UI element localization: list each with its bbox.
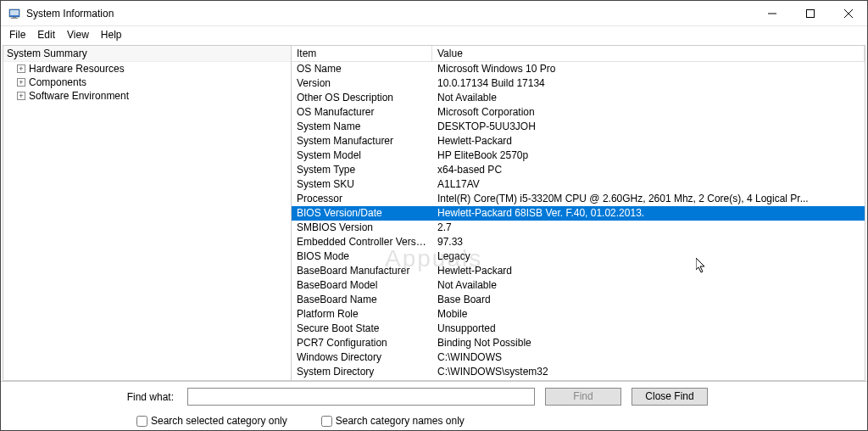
cell-value: Not Available	[432, 91, 865, 105]
cell-item: SMBIOS Version	[292, 221, 432, 235]
list-row[interactable]: System NameDESKTOP-5UU3JOH	[292, 120, 865, 134]
cell-item: OS Manufacturer	[292, 105, 432, 120]
tree-item[interactable]: +Hardware Resources	[3, 62, 291, 76]
list-row[interactable]: SMBIOS Version2.7	[292, 221, 865, 235]
list-row[interactable]: System DirectoryC:\WINDOWS\system32	[292, 365, 865, 379]
list-row[interactable]: BIOS ModeLegacy	[292, 249, 865, 264]
list-row[interactable]: System ManufacturerHewlett-Packard	[292, 134, 865, 148]
list-header: Item Value	[292, 46, 865, 62]
svg-rect-3	[11, 18, 18, 19]
list-row[interactable]: PCR7 ConfigurationBinding Not Possible	[292, 336, 865, 350]
list-row[interactable]: BaseBoard NameBase Board	[292, 293, 865, 307]
list-row[interactable]: OS NameMicrosoft Windows 10 Pro	[292, 62, 865, 76]
cell-item: Boot Device	[292, 379, 432, 380]
menu-bar: File Edit View Help	[1, 26, 867, 43]
cell-value: 97.33	[432, 235, 865, 249]
cell-value: 10.0.17134 Build 17134	[432, 76, 865, 91]
window-title: System Information	[26, 8, 753, 20]
cell-item: System Manufacturer	[292, 134, 432, 148]
app-icon	[8, 7, 21, 20]
menu-edit[interactable]: Edit	[32, 27, 60, 42]
column-header-value[interactable]: Value	[432, 46, 865, 61]
cell-value: C:\WINDOWS	[432, 350, 865, 365]
cell-value: Mobile	[432, 307, 865, 322]
cell-item: System SKU	[292, 177, 432, 192]
close-find-button[interactable]: Close Find	[632, 388, 708, 406]
list-row[interactable]: BaseBoard ManufacturerHewlett-Packard	[292, 264, 865, 278]
expand-icon[interactable]: +	[17, 92, 25, 100]
list-row[interactable]: Platform RoleMobile	[292, 307, 865, 322]
list-row[interactable]: BIOS Version/DateHewlett-Packard 68ISB V…	[292, 206, 865, 221]
svg-rect-1	[10, 10, 19, 15]
cell-value: Unsupported	[432, 322, 865, 336]
menu-file[interactable]: File	[4, 27, 31, 42]
search-category-names-checkbox[interactable]: Search category names only	[321, 415, 465, 427]
list-row[interactable]: Secure Boot StateUnsupported	[292, 322, 865, 336]
list-row[interactable]: OS ManufacturerMicrosoft Corporation	[292, 105, 865, 120]
cell-value: Intel(R) Core(TM) i5-3320M CPU @ 2.60GHz…	[432, 192, 865, 206]
cell-item: BaseBoard Manufacturer	[292, 264, 432, 278]
tree-root-label[interactable]: System Summary	[3, 46, 291, 62]
expand-icon[interactable]: +	[17, 64, 25, 73]
cell-item: Other OS Description	[292, 91, 432, 105]
list-row[interactable]: Other OS DescriptionNot Available	[292, 91, 865, 105]
list-row[interactable]: Embedded Controller Version97.33	[292, 235, 865, 249]
tree-item-label: Components	[29, 76, 86, 88]
list-row[interactable]: System Typex64-based PC	[292, 163, 865, 177]
cell-value: Binding Not Possible	[432, 336, 865, 350]
find-bar: Find what: Find Close Find	[1, 381, 867, 411]
cell-value: Microsoft Corporation	[432, 105, 865, 120]
list-row[interactable]: Windows DirectoryC:\WINDOWS	[292, 350, 865, 365]
expand-icon[interactable]: +	[17, 78, 25, 87]
find-options: Search selected category only Search cat…	[1, 411, 867, 430]
details-list[interactable]: Appuals Item Value OS NameMicrosoft Wind…	[292, 46, 865, 380]
cell-value: Microsoft Windows 10 Pro	[432, 62, 865, 76]
minimize-button[interactable]	[753, 1, 791, 26]
cell-value: HP EliteBook 2570p	[432, 148, 865, 163]
cell-value: A1L17AV	[432, 177, 865, 192]
cell-item: BaseBoard Model	[292, 278, 432, 293]
menu-help[interactable]: Help	[96, 27, 127, 42]
cell-item: BIOS Mode	[292, 249, 432, 264]
cell-item: System Model	[292, 148, 432, 163]
cell-value: Base Board	[432, 293, 865, 307]
find-input[interactable]	[187, 388, 535, 406]
maximize-button[interactable]	[791, 1, 829, 26]
list-row[interactable]: BaseBoard ModelNot Available	[292, 278, 865, 293]
list-row[interactable]: System ModelHP EliteBook 2570p	[292, 148, 865, 163]
close-button[interactable]	[829, 1, 867, 26]
cell-value: Not Available	[432, 278, 865, 293]
cell-value: Hewlett-Packard	[432, 134, 865, 148]
cell-item: OS Name	[292, 62, 432, 76]
find-label: Find what:	[8, 391, 177, 403]
search-selected-category-checkbox[interactable]: Search selected category only	[136, 415, 287, 427]
cell-item: Platform Role	[292, 307, 432, 322]
tree-item-label: Hardware Resources	[29, 63, 125, 75]
title-bar: System Information	[1, 1, 867, 26]
menu-view[interactable]: View	[62, 27, 94, 42]
cell-value: 2.7	[432, 221, 865, 235]
cell-value: \Device\HarddiskVolume1	[432, 379, 865, 380]
list-row[interactable]: Version10.0.17134 Build 17134	[292, 76, 865, 91]
tree-item[interactable]: +Components	[3, 76, 291, 89]
cell-value: Hewlett-Packard 68ISB Ver. F.40, 01.02.2…	[432, 206, 865, 221]
list-row[interactable]: Boot Device\Device\HarddiskVolume1	[292, 379, 865, 380]
cell-value: x64-based PC	[432, 163, 865, 177]
cell-item: Processor	[292, 192, 432, 206]
cell-value: Hewlett-Packard	[432, 264, 865, 278]
cell-item: System Directory	[292, 365, 432, 379]
content-area: System Summary +Hardware Resources+Compo…	[3, 45, 865, 381]
cell-item: Version	[292, 76, 432, 91]
cell-item: Secure Boot State	[292, 322, 432, 336]
svg-rect-2	[13, 17, 16, 18]
navigation-tree[interactable]: System Summary +Hardware Resources+Compo…	[3, 46, 292, 380]
svg-rect-5	[806, 9, 814, 17]
list-row[interactable]: System SKUA1L17AV	[292, 177, 865, 192]
tree-item[interactable]: +Software Environment	[3, 89, 291, 103]
list-row[interactable]: ProcessorIntel(R) Core(TM) i5-3320M CPU …	[292, 192, 865, 206]
find-button[interactable]: Find	[545, 388, 621, 406]
cell-item: System Name	[292, 120, 432, 134]
column-header-item[interactable]: Item	[292, 46, 432, 61]
cell-item: Windows Directory	[292, 350, 432, 365]
cell-value: Legacy	[432, 249, 865, 264]
